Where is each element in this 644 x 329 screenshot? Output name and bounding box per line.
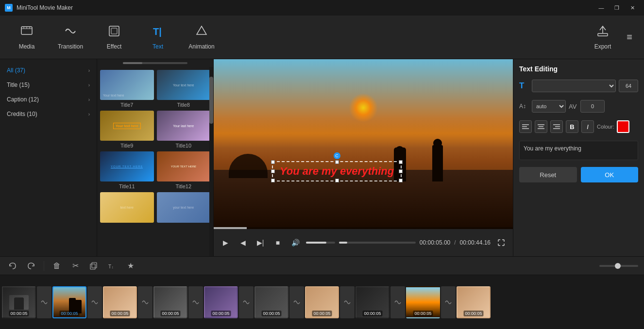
thumbnail-title14[interactable]: your text here: [157, 192, 211, 224]
timeline-content[interactable]: 00:00:05 00:00:05 00:00:05: [0, 275, 644, 329]
toolbar-menu-button[interactable]: ≡: [620, 32, 639, 43]
resize-handle-ml[interactable]: [271, 169, 275, 173]
copy-button[interactable]: [87, 259, 101, 273]
timeline-clip-9[interactable]: 00:00:05: [406, 286, 440, 318]
timeline-clip-10[interactable]: 00:00:05: [457, 286, 491, 318]
font-select[interactable]: [532, 80, 616, 92]
timeline-clip-7[interactable]: 00:00:05: [305, 286, 339, 318]
thumbnail-title9[interactable]: Your text here Title9: [100, 111, 154, 148]
minimize-button[interactable]: —: [594, 3, 608, 13]
italic-button[interactable]: I: [581, 120, 594, 133]
play-button[interactable]: ▶: [219, 236, 232, 249]
thumbnails-scrollbar[interactable]: [209, 77, 213, 124]
reset-button[interactable]: Reset: [519, 167, 577, 182]
resize-handle-bl[interactable]: [271, 179, 275, 182]
line-spacing-select[interactable]: auto: [532, 100, 566, 113]
resize-handle-bm[interactable]: [335, 179, 339, 182]
category-all[interactable]: All (37) ›: [0, 63, 97, 78]
transition-1[interactable]: [37, 286, 51, 318]
toolbar-text[interactable]: T| Text: [136, 18, 180, 57]
prev-frame-button[interactable]: ◀: [236, 236, 250, 249]
resize-handle-tl[interactable]: [271, 160, 275, 164]
ok-button[interactable]: OK: [581, 167, 639, 182]
align-right-button[interactable]: [550, 120, 563, 133]
text-size-button[interactable]: T↕: [105, 259, 119, 273]
resize-handle-tr[interactable]: [399, 160, 403, 164]
transition-8[interactable]: [390, 286, 405, 318]
toolbar-animation[interactable]: Animation: [180, 18, 223, 57]
color-swatch[interactable]: [617, 120, 629, 133]
timeline-clip-2[interactable]: 00:00:05: [52, 286, 86, 318]
restore-button[interactable]: ❐: [610, 3, 624, 13]
effect-label: Effect: [107, 43, 121, 50]
text-overlay-box[interactable]: C You are my everything: [272, 161, 402, 181]
transition-3[interactable]: [138, 286, 153, 318]
delete-button[interactable]: 🗑: [50, 259, 64, 273]
rotate-handle[interactable]: C: [334, 152, 340, 159]
timeline-clip-8[interactable]: 00:00:05: [356, 286, 390, 318]
clip-time-8: 00:00:05: [362, 311, 382, 316]
toolbar-transition[interactable]: Transition: [49, 18, 92, 57]
cut-button[interactable]: ✂: [68, 259, 82, 273]
media-icon: [20, 25, 33, 40]
transition-6[interactable]: [289, 286, 304, 318]
undo-button[interactable]: [6, 259, 19, 273]
zoom-thumb[interactable]: [615, 263, 621, 269]
chevron-right-icon: ›: [88, 68, 90, 73]
redo-button[interactable]: [24, 259, 38, 273]
timeline-clip-6[interactable]: 00:00:05: [254, 286, 288, 318]
close-button[interactable]: ✕: [626, 3, 639, 13]
thumbnail-title7[interactable]: Your text here Title7: [100, 70, 154, 108]
resize-handle-mr[interactable]: [399, 169, 403, 173]
transition-9[interactable]: [441, 286, 456, 318]
transition-label: Transition: [58, 43, 83, 50]
letter-spacing-input[interactable]: 0: [580, 100, 605, 113]
transition-4[interactable]: [188, 286, 203, 318]
thumbnail-title11[interactable]: YOUR TEXT HERE Title11: [100, 151, 154, 189]
transition-icon: [64, 25, 77, 40]
align-center-button[interactable]: [535, 120, 547, 133]
resize-handle-tm[interactable]: [335, 160, 339, 164]
clip-time-4: 00:00:05: [160, 311, 180, 316]
transition-5[interactable]: [239, 286, 254, 318]
volume-slider[interactable]: [306, 242, 335, 244]
category-caption[interactable]: Caption (12) ›: [0, 92, 97, 107]
timeline-clip-3[interactable]: 00:00:05: [103, 286, 137, 318]
next-frame-button[interactable]: ▶|: [254, 236, 267, 249]
font-size-input[interactable]: 64: [619, 80, 638, 92]
stop-button[interactable]: ■: [271, 236, 285, 249]
timeline-clip-1[interactable]: 00:00:05: [2, 286, 36, 318]
category-title[interactable]: Title (15) ›: [0, 78, 97, 92]
zoom-slider[interactable]: [599, 265, 638, 267]
svg-rect-2: [111, 28, 117, 34]
app-title: MiniTool Movie Maker: [17, 4, 591, 11]
text-preview: You are my everything: [519, 141, 638, 160]
bold-button[interactable]: B: [566, 120, 578, 133]
app-icon: M: [5, 4, 13, 12]
timeline-clip-4[interactable]: 00:00:05: [153, 286, 187, 318]
category-credits[interactable]: Credits (10) ›: [0, 107, 97, 121]
thumb-title11-label: Title11: [100, 183, 154, 189]
preview-panel: C You are my everything: [214, 59, 513, 256]
effect-icon: [108, 25, 120, 40]
thumb-title12-label: Title12: [157, 183, 211, 189]
toolbar-media[interactable]: Media: [5, 18, 49, 57]
volume-button[interactable]: 🔊: [288, 236, 302, 249]
toolbar-effect[interactable]: Effect: [92, 18, 136, 57]
fullscreen-button[interactable]: [494, 236, 508, 249]
titlebar: M MiniTool Movie Maker — ❐ ✕: [0, 0, 644, 16]
svg-rect-18: [90, 264, 95, 269]
toolbar-export[interactable]: Export: [586, 18, 620, 57]
align-left-button[interactable]: [519, 120, 532, 133]
resize-handle-br[interactable]: [399, 179, 403, 182]
svg-rect-19: [92, 263, 97, 268]
thumbnail-title13[interactable]: text here: [100, 192, 154, 224]
progress-bar[interactable]: [339, 242, 416, 244]
transition-2[interactable]: [87, 286, 102, 318]
thumbnail-title10[interactable]: Your last here Title10: [157, 111, 211, 148]
timeline-clip-5[interactable]: 00:00:05: [204, 286, 238, 318]
transition-7[interactable]: [340, 286, 355, 318]
effects-button[interactable]: ★: [124, 259, 137, 273]
thumbnail-title8[interactable]: Your text here Title8: [157, 70, 211, 108]
thumbnail-title12[interactable]: YOUR TEXT HERE Title12: [157, 151, 211, 189]
